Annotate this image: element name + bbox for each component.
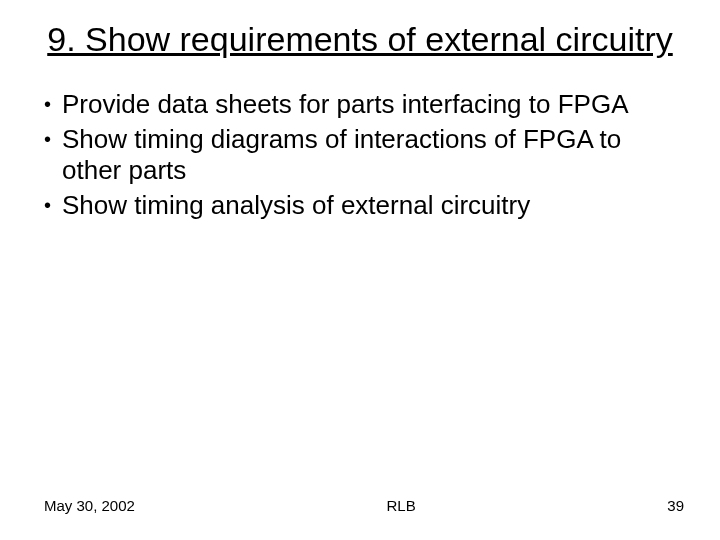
slide: 9. Show requirements of external circuit… xyxy=(0,0,720,540)
list-item: • Provide data sheets for parts interfac… xyxy=(44,89,684,120)
slide-title: 9. Show requirements of external circuit… xyxy=(46,18,674,61)
bullet-text: Show timing analysis of external circuit… xyxy=(62,190,684,221)
bullet-list: • Provide data sheets for parts interfac… xyxy=(36,89,684,222)
list-item: • Show timing analysis of external circu… xyxy=(44,190,684,221)
footer: May 30, 2002 RLB 39 xyxy=(0,497,720,514)
footer-date: May 30, 2002 xyxy=(44,497,135,514)
bullet-icon: • xyxy=(44,89,62,119)
bullet-text: Show timing diagrams of interactions of … xyxy=(62,124,684,186)
bullet-icon: • xyxy=(44,190,62,220)
bullet-icon: • xyxy=(44,124,62,154)
bullet-text: Provide data sheets for parts interfacin… xyxy=(62,89,684,120)
list-item: • Show timing diagrams of interactions o… xyxy=(44,124,684,186)
footer-center: RLB xyxy=(135,497,667,514)
footer-page-number: 39 xyxy=(667,497,684,514)
